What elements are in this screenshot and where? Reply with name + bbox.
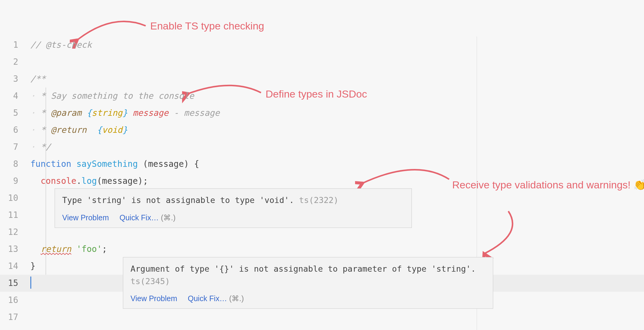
line-number: 5 — [0, 105, 30, 122]
line-number: 11 — [0, 207, 30, 224]
code-line[interactable]: 1 // @ts-check — [0, 36, 644, 53]
view-problem-link[interactable]: View Problem — [62, 213, 109, 222]
line-number: 8 — [0, 156, 30, 173]
code-line[interactable]: 18 saySomething({}); — [0, 326, 644, 330]
code-content[interactable]: console.log(message); — [30, 173, 148, 190]
view-problem-link[interactable]: View Problem — [130, 294, 177, 303]
line-number: 9 — [0, 173, 30, 190]
quick-fix-link[interactable]: Quick Fix… (⌘.) — [188, 294, 244, 303]
code-content[interactable]: · */ — [30, 139, 51, 156]
code-line[interactable]: 7 · */ — [0, 139, 644, 156]
line-number: 10 — [0, 190, 30, 207]
line-number: 2 — [0, 53, 30, 70]
code-content[interactable]: · * @return {void} — [30, 122, 133, 139]
code-line[interactable]: 2 — [0, 53, 644, 70]
shortcut-label: (⌘.) — [229, 294, 244, 303]
line-number: 16 — [0, 292, 30, 309]
line-number: 4 — [0, 88, 30, 105]
tooltip-message: Type 'string' is not assignable to type … — [55, 189, 412, 210]
line-number: 13 — [0, 241, 30, 258]
shortcut-label: (⌘.) — [161, 213, 176, 222]
line-number: 6 — [0, 122, 30, 139]
code-line[interactable]: 8 function saySomething (message) { — [0, 156, 644, 173]
code-content[interactable]: saySomething({}); — [30, 326, 117, 330]
code-line[interactable]: 5 · * @param {string} message - message — [0, 105, 644, 122]
code-content[interactable]: // @ts-check — [30, 36, 92, 53]
error-tooltip: Argument of type '{}' is not assignable … — [123, 257, 493, 309]
line-number: 3 — [0, 70, 30, 88]
code-content[interactable]: · * Say something to the console — [30, 88, 194, 105]
line-number: 7 — [0, 139, 30, 156]
code-line[interactable]: 17 — [0, 309, 644, 326]
code-content[interactable]: /** — [30, 70, 46, 88]
line-number: 17 — [0, 309, 30, 326]
code-content[interactable]: } — [30, 258, 36, 275]
code-content[interactable]: · * @param {string} message - message — [30, 105, 220, 122]
line-number: 12 — [0, 224, 30, 241]
quick-fix-link[interactable]: Quick Fix… (⌘.) — [120, 213, 176, 222]
code-line[interactable]: 3 /** — [0, 70, 644, 88]
text-cursor — [30, 277, 31, 289]
line-number: 1 — [0, 36, 30, 53]
code-line[interactable]: 13 return 'foo'; — [0, 241, 644, 258]
error-tooltip: Type 'string' is not assignable to type … — [55, 188, 412, 228]
code-content[interactable] — [30, 275, 31, 292]
line-number: 14 — [0, 258, 30, 275]
code-line[interactable]: 9 console.log(message); — [0, 173, 644, 190]
line-number: 18 — [0, 326, 30, 330]
code-line[interactable]: 6 · * @return {void} — [0, 122, 644, 139]
code-content[interactable]: function saySomething (message) { — [30, 156, 199, 173]
code-content[interactable]: return 'foo'; — [30, 241, 107, 258]
annotation-enable-ts: Enable TS type checking — [150, 20, 264, 32]
tooltip-message: Argument of type '{}' is not assignable … — [123, 257, 493, 291]
code-line[interactable]: 4 · * Say something to the console — [0, 88, 644, 105]
line-number: 15 — [0, 275, 30, 292]
